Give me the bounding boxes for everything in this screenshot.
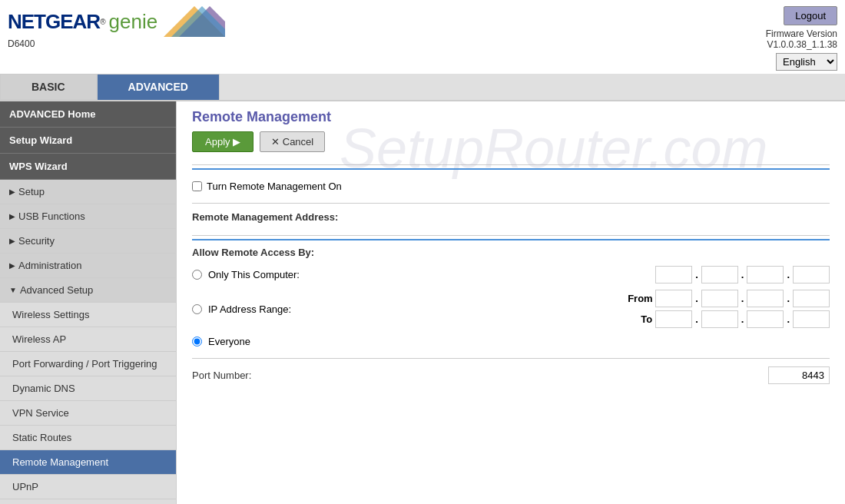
from-ip-4[interactable]: [793, 290, 830, 307]
from-ip-1[interactable]: [655, 290, 692, 307]
from-dot-2: .: [741, 293, 744, 304]
turn-on-label: Turn Remote Management On: [207, 181, 342, 192]
only-this-computer-row: Only This Computer: . . .: [192, 263, 830, 287]
sidebar-item-setup[interactable]: ▶ Setup: [0, 180, 176, 204]
dot-1: .: [695, 269, 698, 280]
everyone-row: Everyone: [192, 331, 830, 352]
divider-top: [192, 164, 830, 165]
ip-range-label-text: IP Address Range:: [208, 303, 291, 315]
advanced-setup-label: Advanced Setup: [20, 284, 93, 296]
turn-on-checkbox[interactable]: [192, 181, 202, 191]
port-number-input[interactable]: [768, 366, 830, 384]
port-number-label: Port Number:: [192, 370, 251, 381]
sidebar-sub-port-forwarding[interactable]: Port Forwarding / Port Triggering: [0, 352, 176, 376]
header: NETGEAR® genie D6400 Logout Firmware Ver…: [0, 0, 845, 74]
only-this-ip-fields: . . .: [655, 266, 830, 284]
ip-range-radio-group: IP Address Range:: [192, 300, 291, 318]
only-this-ip-2[interactable]: [701, 266, 738, 284]
to-ip-1[interactable]: [655, 310, 692, 328]
only-this-ip-3[interactable]: [747, 266, 784, 284]
from-row: From . . .: [628, 290, 830, 307]
allow-access-label: Allow Remote Access By:: [192, 247, 830, 258]
apply-button[interactable]: Apply ▶: [192, 131, 254, 152]
sidebar-item-usb-functions[interactable]: ▶ USB Functions: [0, 204, 176, 229]
from-dot-3: .: [787, 293, 790, 304]
setup-label: Setup: [18, 186, 45, 197]
security-label: Security: [18, 235, 55, 247]
turn-on-row: Turn Remote Management On: [192, 176, 830, 197]
model-label: D6400: [8, 38, 225, 49]
admin-arrow: ▶: [9, 261, 15, 270]
to-row: To . . .: [628, 310, 830, 328]
action-buttons: Apply ▶ ✕ Cancel: [192, 131, 830, 152]
admin-label: Administration: [18, 260, 81, 271]
cancel-button[interactable]: ✕ Cancel: [260, 131, 325, 152]
logout-button[interactable]: Logout: [784, 6, 837, 25]
to-dot-3: .: [787, 313, 790, 325]
from-ip-3[interactable]: [747, 290, 784, 307]
only-this-radio[interactable]: [192, 270, 202, 280]
divider-1: [192, 203, 830, 204]
security-arrow: ▶: [9, 237, 15, 245]
sidebar-sub-wireless-settings[interactable]: Wireless Settings: [0, 303, 176, 327]
remote-address-label: Remote Management Address:: [192, 211, 830, 223]
sidebar-sub-wireless-ap[interactable]: Wireless AP: [0, 327, 176, 352]
main-layout: ADVANCED Home Setup Wizard WPS Wizard ▶ …: [0, 101, 845, 504]
ip-range-radio[interactable]: [192, 304, 202, 314]
to-ip-2[interactable]: [701, 310, 738, 328]
sidebar: ADVANCED Home Setup Wizard WPS Wizard ▶ …: [0, 101, 177, 504]
logo-area: NETGEAR® genie D6400: [8, 6, 225, 49]
only-this-ip-4[interactable]: [793, 266, 830, 284]
dot-2: .: [741, 269, 744, 280]
firmware-info: Firmware Version V1.0.0.38_1.1.38: [766, 28, 837, 50]
sidebar-item-advanced-setup[interactable]: ▼ Advanced Setup: [0, 278, 176, 303]
language-select[interactable]: English Deutsch Español Français Italian…: [776, 53, 837, 71]
sidebar-sub-static-routes[interactable]: Static Routes: [0, 426, 176, 450]
firmware-version: V1.0.0.38_1.1.38: [767, 39, 837, 50]
to-ip-3[interactable]: [747, 310, 784, 328]
sidebar-item-administration[interactable]: ▶ Administration: [0, 254, 176, 278]
logo: NETGEAR® genie: [8, 6, 225, 37]
logo-graphic-triangle: [164, 6, 225, 37]
sidebar-sub-dynamic-dns[interactable]: Dynamic DNS: [0, 376, 176, 401]
sidebar-item-advanced-home[interactable]: ADVANCED Home: [0, 101, 176, 128]
to-dot-1: .: [695, 313, 698, 325]
sidebar-sub-upnp[interactable]: UPnP: [0, 475, 176, 499]
remote-management-section: Turn Remote Management On: [192, 168, 830, 197]
ip-range-fields: From . . . To . .: [628, 290, 830, 328]
sidebar-sub-remote-management[interactable]: Remote Management: [0, 450, 176, 475]
sidebar-sub-vpn-service[interactable]: VPN Service: [0, 401, 176, 426]
usb-arrow: ▶: [9, 212, 15, 220]
everyone-label: Everyone: [208, 336, 250, 347]
from-label: From: [628, 293, 652, 304]
to-label: To: [628, 313, 652, 325]
tab-advanced[interactable]: ADVANCED: [97, 74, 220, 100]
sidebar-sub-ipv6[interactable]: IPv6: [0, 499, 176, 504]
firmware-label: Firmware Version: [766, 28, 837, 39]
only-this-radio-group: Only This Computer:: [192, 266, 300, 284]
content-area: SetupRouter.com Remote Management Apply …: [177, 101, 845, 504]
only-this-ip-1[interactable]: [655, 266, 692, 284]
divider-3: [192, 358, 830, 359]
from-ip-2[interactable]: [701, 290, 738, 307]
only-this-label: Only This Computer:: [208, 269, 300, 280]
dot-3: .: [787, 269, 790, 280]
to-ip-4[interactable]: [793, 310, 830, 328]
ip-range-row: IP Address Range: From . . . To: [192, 287, 830, 331]
everyone-radio[interactable]: [192, 337, 202, 346]
tab-basic[interactable]: BASIC: [0, 74, 97, 100]
sidebar-item-setup-wizard[interactable]: Setup Wizard: [0, 128, 176, 154]
to-dot-2: .: [741, 313, 744, 325]
brand-name: NETGEAR: [8, 10, 100, 34]
advanced-setup-arrow: ▼: [9, 286, 17, 294]
usb-label: USB Functions: [18, 211, 85, 222]
sidebar-item-wps-wizard[interactable]: WPS Wizard: [0, 154, 176, 180]
sidebar-item-security[interactable]: ▶ Security: [0, 229, 176, 254]
page-title: Remote Management: [192, 109, 830, 125]
genie-text: genie: [109, 10, 158, 34]
remote-address-row: Remote Management Address:: [192, 207, 830, 232]
header-right: Logout Firmware Version V1.0.0.38_1.1.38…: [766, 6, 837, 71]
reg-symbol: ®: [100, 18, 105, 26]
setup-arrow: ▶: [9, 187, 15, 196]
nav-tabs: BASIC ADVANCED: [0, 74, 845, 101]
